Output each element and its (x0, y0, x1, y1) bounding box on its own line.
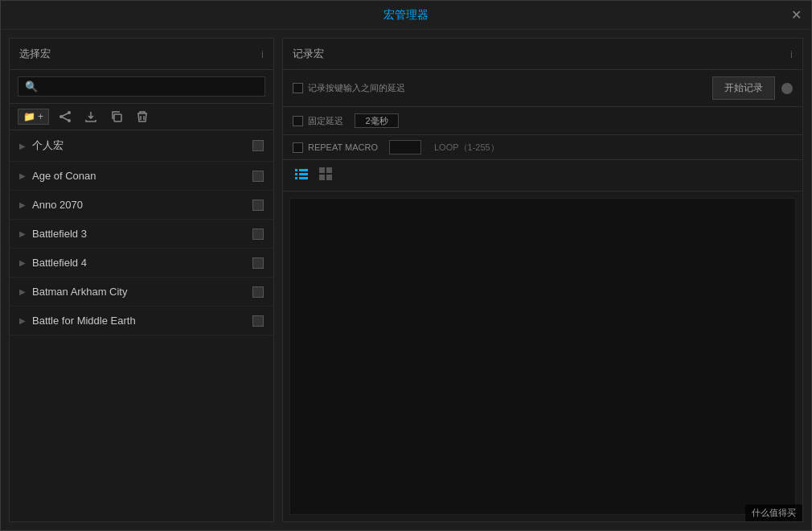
loop-label: LOOP（1-255） (434, 142, 499, 154)
fixed-delay-option: 固定延迟 (293, 113, 399, 128)
start-record-button[interactable]: 开始记录 (712, 76, 775, 100)
record-delay-option: 记录按键输入之间的延迟 (293, 82, 405, 94)
macro-content-area (289, 198, 796, 515)
record-delay-label: 记录按键输入之间的延迟 (308, 82, 405, 94)
item-label: Anno 2070 (32, 199, 252, 211)
item-color-box (252, 315, 264, 327)
options-row-3: REPEAT MACRO LOOP（1-255） (283, 135, 802, 160)
new-folder-plus: + (38, 111, 43, 122)
svg-rect-7 (299, 169, 308, 171)
search-input[interactable] (43, 80, 258, 93)
view-toolbar (283, 160, 802, 191)
list-item[interactable]: ▶ Battle for Middle Earth (10, 307, 273, 335)
record-delay-checkbox[interactable] (293, 83, 303, 93)
repeat-input[interactable] (389, 140, 421, 154)
svg-line-3 (61, 113, 69, 117)
chevron-icon: ▶ (19, 171, 26, 180)
list-item[interactable]: ▶ 个人宏 (10, 130, 273, 162)
item-color-box (252, 171, 264, 182)
record-indicator (781, 83, 793, 94)
grid-view-button[interactable] (317, 165, 334, 186)
chevron-icon: ▶ (19, 258, 26, 267)
download-button[interactable] (81, 109, 100, 125)
item-color-box (252, 286, 264, 298)
record-header: 记录宏 i (283, 39, 802, 70)
main-window: 宏管理器 ✕ 选择宏 i 🔍 📁 + (0, 0, 812, 531)
options-row-1: 记录按键输入之间的延迟 开始记录 (283, 70, 802, 107)
window-title: 宏管理器 (383, 8, 429, 23)
repeat-label: REPEAT MACRO (308, 142, 378, 152)
list-item[interactable]: ▶ Batman Arkham City (10, 278, 273, 307)
folder-icon: 📁 (23, 111, 35, 122)
svg-rect-5 (114, 114, 121, 121)
list-view-button[interactable] (293, 165, 310, 186)
list-item[interactable]: ▶ Age of Conan (10, 162, 273, 191)
close-button[interactable]: ✕ (791, 9, 802, 22)
share-button[interactable] (55, 109, 75, 125)
fixed-delay-checkbox[interactable] (293, 116, 303, 126)
item-label: 个人宏 (32, 138, 252, 153)
chevron-icon: ▶ (19, 229, 26, 238)
main-content: 选择宏 i 🔍 📁 + (1, 30, 811, 530)
left-panel-header: 选择宏 i (10, 39, 273, 70)
item-color-box (252, 140, 264, 151)
item-label: Battlefield 4 (32, 257, 252, 269)
options-row-2: 固定延迟 (283, 107, 802, 135)
repeat-option: REPEAT MACRO LOOP（1-255） (293, 140, 499, 154)
fixed-delay-label: 固定延迟 (308, 115, 343, 127)
macro-list: ▶ 个人宏 ▶ Age of Conan ▶ Anno 2070 ▶ Battl… (10, 130, 273, 521)
left-panel-title: 选择宏 (19, 47, 51, 61)
chevron-icon: ▶ (19, 142, 26, 150)
list-item[interactable]: ▶ Anno 2070 (10, 191, 273, 220)
svg-rect-6 (295, 169, 297, 171)
svg-rect-13 (326, 167, 332, 173)
svg-rect-10 (295, 177, 297, 179)
svg-rect-12 (319, 167, 325, 173)
chevron-icon: ▶ (19, 316, 26, 325)
svg-line-4 (61, 117, 69, 121)
search-wrap[interactable]: 🔍 (18, 76, 265, 97)
search-icon: 🔍 (25, 80, 38, 93)
item-color-box (252, 200, 264, 211)
svg-rect-14 (319, 175, 325, 180)
list-item[interactable]: ▶ Battlefield 3 (10, 220, 273, 249)
chevron-icon: ▶ (19, 287, 26, 296)
copy-button[interactable] (107, 109, 126, 125)
fixed-delay-input[interactable] (355, 113, 399, 128)
item-label: Battle for Middle Earth (32, 315, 252, 327)
record-title: 记录宏 (293, 47, 324, 61)
right-panel-info-icon[interactable]: i (790, 48, 793, 60)
title-bar: 宏管理器 ✕ (1, 1, 811, 30)
item-label: Battlefield 3 (32, 228, 252, 240)
right-panel: 记录宏 i 记录按键输入之间的延迟 开始记录 固定延迟 (282, 38, 803, 522)
start-btn-group: 开始记录 (712, 76, 793, 100)
svg-rect-15 (326, 175, 332, 180)
item-color-box (252, 257, 264, 269)
item-label: Age of Conan (32, 170, 252, 182)
chevron-icon: ▶ (19, 200, 26, 209)
left-panel-info-icon[interactable]: i (261, 48, 264, 60)
search-box: 🔍 (10, 70, 273, 104)
repeat-checkbox[interactable] (293, 142, 303, 153)
new-folder-button[interactable]: 📁 + (18, 109, 49, 125)
svg-rect-8 (295, 173, 297, 175)
svg-rect-11 (299, 177, 308, 179)
left-panel: 选择宏 i 🔍 📁 + (9, 38, 274, 522)
delete-button[interactable] (133, 109, 152, 125)
left-toolbar: 📁 + (10, 104, 273, 130)
item-label: Batman Arkham City (32, 286, 252, 298)
item-color-box (252, 228, 264, 240)
list-item[interactable]: ▶ Battlefield 4 (10, 249, 273, 278)
svg-rect-9 (299, 173, 308, 175)
